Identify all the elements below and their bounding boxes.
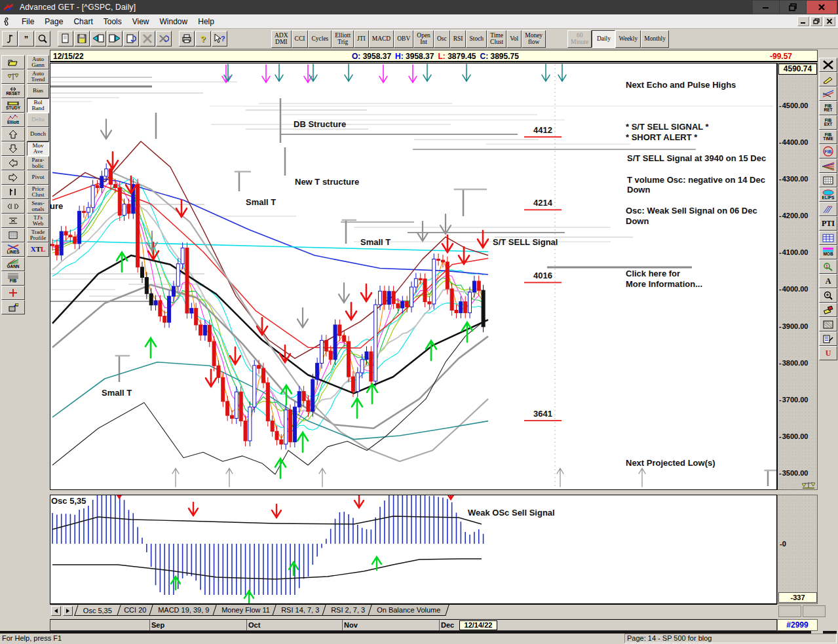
bar-compress-button[interactable] [1,214,25,228]
indicator-macd[interactable]: MACD [369,30,394,48]
arrow-down-button[interactable] [1,142,25,156]
help-button[interactable]: ? [195,31,211,47]
mdi-restore-button[interactable] [810,16,822,26]
zoom-in-button[interactable] [819,288,837,303]
page-next-button[interactable] [107,31,123,47]
page-disabled-button[interactable] [140,31,155,47]
price-chart[interactable]: 4412421440163641Next Echo and Pulse High… [50,63,777,490]
time-axis[interactable]: SepOctNovDec 12/14/22 [50,619,777,631]
mdi-close-button[interactable] [824,16,835,26]
pointer-tool-button[interactable] [2,31,18,47]
bar-step-button[interactable] [1,185,25,199]
tab-osc-5-35[interactable]: Osc 5,35 [74,605,121,616]
restore-button[interactable] [780,1,806,14]
quotes-button[interactable]: ” [18,31,34,47]
reset-button[interactable]: RESET [1,84,25,98]
mob-button[interactable]: MOB [819,245,837,259]
trend-lines-button[interactable] [819,86,837,101]
open-chart-button[interactable] [1,55,25,69]
menu-help[interactable]: Help [193,15,219,28]
print-button[interactable] [179,31,195,47]
fan-lines-button[interactable] [819,159,837,173]
search-study-button[interactable]: 1 [819,259,837,274]
indicator-money-flow[interactable]: Money flow [522,30,546,48]
indicator-stoch[interactable]: Stoch [466,30,487,48]
indicator-elliott-trig[interactable]: Elliott Trig [332,30,354,48]
menu-window[interactable]: Window [155,15,193,28]
study-bol-band[interactable]: Bol Band [27,98,49,113]
arrow-right-button[interactable] [1,170,25,185]
page-refresh-button[interactable] [123,31,139,47]
indicator-jti[interactable]: JTI [354,30,369,48]
pitchfork-button[interactable] [819,202,837,216]
menu-chart[interactable]: Chart [68,15,98,28]
study-trade-profile[interactable]: Trade Profile [27,228,49,242]
timeframe-60-minute[interactable]: 60 Minute [567,30,592,48]
crosshair-button[interactable] [1,286,25,300]
oscillator-panel[interactable]: Osc 5,35Weak OSc Sell Signal [50,495,777,604]
ellipse-button[interactable]: ELIPS [819,187,837,202]
eraser-button[interactable] [819,303,837,317]
fib-time-button[interactable]: FIB TIME [819,130,837,144]
mdi-minimize-button[interactable] [797,16,809,26]
indicator-rsi[interactable]: RSI [450,30,467,48]
fib-extension-button[interactable]: FIB EXT [819,115,837,130]
fib-circle-button[interactable]: FIB [819,144,837,159]
table-button[interactable] [819,231,837,245]
gann-button[interactable]: GANN [1,257,25,271]
notes-button[interactable] [819,331,837,346]
indicator-vol[interactable]: Vol [506,30,522,48]
tab-rsi-14-7-3[interactable]: RSI 14, 7, 3 [273,605,329,616]
page-options-button[interactable] [156,31,172,47]
timeframe-monthly[interactable]: Monthly [641,30,669,48]
new-page-button[interactable] [58,31,73,47]
tab-money-flow-11[interactable]: Money Flow 11 [212,605,278,616]
study-delta[interactable]: Delta [27,113,49,127]
elliott-button[interactable]: Elliott [1,113,25,127]
study-bias[interactable]: Bias [27,84,49,98]
arrow-left-button[interactable] [1,156,25,170]
study-mov-ave[interactable]: Mov Ave [27,142,49,156]
tab-scroll-right[interactable] [63,606,73,616]
menu-page[interactable]: Page [39,15,68,28]
panel-splitter[interactable] [50,490,818,495]
lines-button[interactable]: LINES [1,242,25,257]
minimize-button[interactable] [753,1,779,14]
pti-button[interactable]: PTI [819,216,837,231]
pencil-button[interactable] [819,72,837,86]
study-price-clust[interactable]: Price Clust [27,185,49,199]
scales-button[interactable] [1,69,25,84]
study-auto-gann[interactable]: Auto Gann [27,55,49,69]
price-chart-canvas[interactable]: 4412421440163641Next Echo and Pulse High… [50,64,776,489]
menu-view[interactable]: View [127,15,155,28]
indicator-open-int[interactable]: Open Int [413,30,434,48]
fib-retracement-button[interactable]: FIB RET [819,101,837,115]
timeframe-weekly[interactable]: Weekly [615,30,641,48]
indicator-obv[interactable]: OBV [394,30,413,48]
study-donch[interactable]: Donch [27,127,49,142]
indicator-cci[interactable]: CCI [292,30,309,48]
close-x-button[interactable] [819,58,837,72]
study-seas-onals[interactable]: Seas- onals [27,199,49,214]
grid-button[interactable] [1,228,25,242]
magnet-button[interactable]: U [819,346,837,360]
find-button[interactable] [35,31,50,47]
menu-file[interactable]: File [16,15,39,28]
study-xtl[interactable]: XTL [27,242,49,257]
scale-settings-icon[interactable] [801,481,816,491]
study-button[interactable]: STUDY [1,98,25,113]
indicator-cycles[interactable]: Cycles [308,30,332,48]
arrow-up-button[interactable] [1,127,25,142]
study-auto-trend[interactable]: Auto Trend [27,69,49,84]
dither-button[interactable] [819,317,837,331]
close-button[interactable] [807,1,837,14]
price-axis[interactable]: 4590.74 4500.004400.004300.004200.004100… [777,63,818,490]
context-help-button[interactable]: ? [212,31,227,47]
save-button[interactable] [74,31,90,47]
oscillator-canvas[interactable]: Osc 5,35Weak OSc Sell Signal [50,495,776,603]
menu-tools[interactable]: Tools [98,15,127,28]
tab-on-balance-volume[interactable]: On Balance Volume [368,605,450,616]
properties-button[interactable] [1,300,25,314]
study-para-bolic[interactable]: Para- bolic [27,156,49,170]
tab-scroll-left[interactable] [51,606,61,616]
